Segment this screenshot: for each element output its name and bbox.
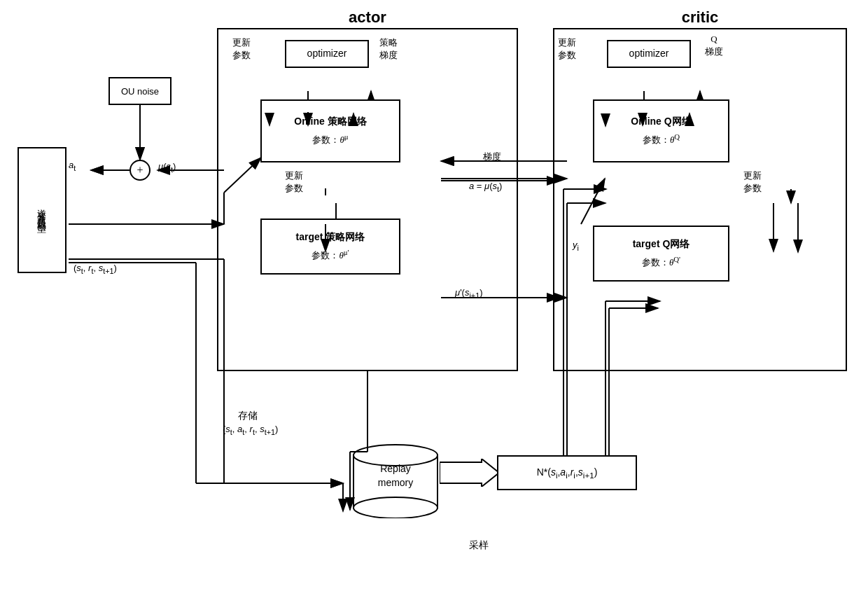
- actor-optimizer-label: optimizer: [307, 47, 347, 61]
- a-mu-label: a = μ(st): [469, 181, 502, 193]
- inverter-box: 逆变器及负载模型: [18, 147, 66, 273]
- state-tuple-label: (st, rt, st+1): [74, 263, 117, 275]
- store-tuple-label: (st, at, rt, st+1): [223, 424, 278, 436]
- critic-title: critic: [554, 8, 846, 27]
- actor-online-network-box: Online 策略网络 参数：θμ: [260, 99, 400, 162]
- critic-target-network-box: target Q网络 参数：θQ': [593, 226, 729, 282]
- store-label: 存储: [238, 410, 258, 422]
- critic-target-network-label: target Q网络: [633, 237, 690, 251]
- inverter-label: 逆变器及负载模型: [32, 199, 52, 221]
- ou-noise-box: OU noise: [108, 77, 172, 105]
- mu-st-label: μ(st): [158, 161, 176, 174]
- actor-title: actor: [218, 8, 517, 27]
- critic-online-network-box: Online Q网络 参数：θQ: [593, 99, 729, 162]
- actor-update-params-1: 更新参数: [232, 36, 251, 62]
- replay-memory-label: Replaymemory: [350, 462, 441, 490]
- gradient-label: 梯度: [483, 151, 501, 163]
- chevron-arrow: [440, 459, 503, 487]
- actor-online-network-params: 参数：θμ: [312, 132, 348, 147]
- actor-policy-gradient-label: 策略梯度: [379, 36, 398, 62]
- critic-optimizer-label: optimizer: [629, 47, 669, 61]
- mu-prime-label: μ'(si+1): [455, 287, 483, 300]
- critic-update-params-1: 更新参数: [558, 36, 576, 62]
- actor-target-network-label: target 策略网络: [296, 230, 365, 244]
- critic-target-network-params: 参数：θQ': [642, 254, 680, 270]
- actor-target-network-box: target 策略网络 参数：θμ': [260, 219, 400, 275]
- actor-target-network-params: 参数：θμ': [312, 247, 349, 263]
- critic-update-params-2: 更新参数: [743, 169, 762, 195]
- actor-update-params-2: 更新参数: [285, 169, 303, 195]
- critic-box: critic optimizer 更新参数 Q梯度 Online Q网络 参数：…: [553, 28, 847, 371]
- n-star-label: N*(si,ai,ri,si+1): [537, 466, 598, 480]
- at-label: at: [69, 160, 76, 172]
- n-star-box: N*(si,ai,ri,si+1): [497, 455, 637, 490]
- ou-noise-label: OU noise: [121, 86, 159, 97]
- svg-point-28: [354, 497, 438, 518]
- critic-online-network-params: 参数：θQ: [643, 132, 680, 147]
- actor-online-network-label: Online 策略网络: [294, 115, 366, 129]
- actor-box: actor optimizer 更新参数 策略梯度 Online 策略网络 参数…: [217, 28, 518, 371]
- diagram-container: 逆变器及负载模型 OU noise + at μ(st) (st, rt, st…: [7, 7, 861, 581]
- actor-optimizer-box: optimizer: [285, 40, 369, 68]
- adder-circle: +: [130, 160, 150, 181]
- critic-online-network-label: Online Q网络: [631, 115, 691, 129]
- critic-q-gradient-label: Q梯度: [705, 33, 723, 58]
- svg-marker-29: [440, 459, 499, 487]
- replay-memory-cylinder: Replaymemory: [350, 441, 441, 518]
- critic-optimizer-box: optimizer: [607, 40, 691, 68]
- sample-label: 采样: [469, 539, 489, 552]
